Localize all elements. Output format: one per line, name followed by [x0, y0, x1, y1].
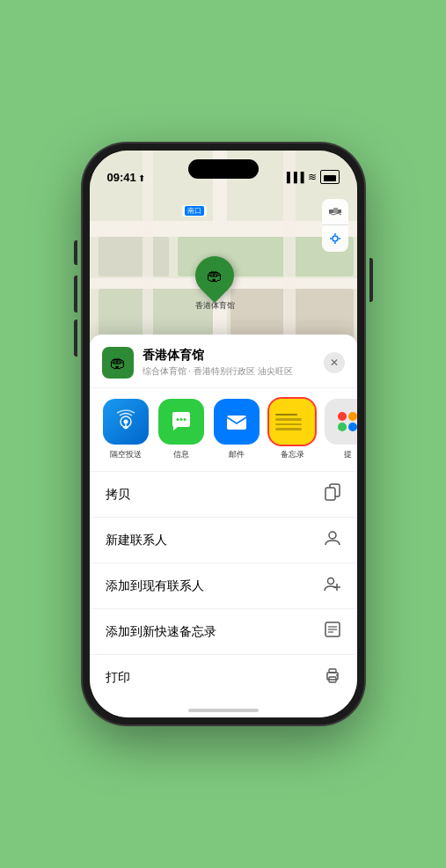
action-row-copy[interactable]: 拷贝: [90, 472, 357, 518]
action-row-print[interactable]: 打印: [90, 655, 357, 700]
share-item-messages[interactable]: 信息: [157, 399, 206, 460]
location-info: 香港体育馆 综合体育馆 · 香港特别行政区 油尖旺区: [143, 348, 324, 378]
bottom-sheet: 🏟 香港体育馆 综合体育馆 · 香港特别行政区 油尖旺区 ✕: [90, 335, 357, 717]
add-contact-label: 添加到现有联系人: [106, 578, 204, 594]
share-item-airdrop[interactable]: 隔空投送: [102, 399, 150, 460]
quick-note-icon: [324, 621, 341, 643]
svg-rect-16: [227, 416, 246, 430]
svg-point-20: [327, 578, 333, 585]
copy-label: 拷贝: [106, 487, 130, 503]
svg-rect-1: [333, 208, 338, 213]
svg-rect-18: [325, 488, 335, 500]
mail-icon: [214, 399, 260, 445]
map-label-text: 南口: [185, 206, 204, 216]
airdrop-label: 隔空投送: [110, 449, 142, 460]
svg-point-15: [184, 418, 186, 421]
quick-note-label: 添加到新快速备忘录: [106, 624, 216, 640]
copy-icon: [324, 483, 341, 505]
messages-label: 信息: [173, 449, 189, 460]
power-button: [369, 258, 373, 302]
svg-rect-0: [329, 210, 333, 213]
wifi-icon: ≋: [308, 171, 317, 183]
svg-point-3: [333, 236, 338, 241]
print-icon: [324, 666, 341, 688]
svg-point-14: [180, 418, 183, 421]
location-arrow-icon: ⬆: [138, 173, 145, 183]
signal-icon: ▐▐▐: [283, 172, 303, 182]
map-type-button[interactable]: [322, 199, 348, 225]
location-pin: 🏟 香港体育馆: [195, 256, 235, 312]
location-thumb-emoji: 🏟: [110, 354, 126, 372]
mute-button: [74, 240, 77, 265]
new-contact-icon: [324, 529, 341, 551]
pin-emoji: 🏟: [207, 267, 223, 285]
location-thumbnail: 🏟: [102, 347, 134, 379]
action-row-add-contact[interactable]: 添加到现有联系人: [90, 563, 357, 609]
svg-point-19: [329, 532, 336, 539]
map-label: 南口: [182, 205, 207, 217]
volume-up-button: [74, 276, 77, 313]
svg-point-13: [177, 418, 179, 421]
action-row-new-contact[interactable]: 新建联系人: [90, 518, 357, 563]
home-indicator: [188, 709, 259, 712]
action-row-quick-note[interactable]: 添加到新快速备忘录: [90, 609, 357, 655]
phone-frame: 09:41 ⬆ ▐▐▐ ≋: [83, 143, 364, 725]
status-time: 09:41: [107, 171, 136, 186]
svg-rect-29: [329, 669, 336, 673]
notes-icon: [269, 399, 315, 445]
svg-point-9: [124, 420, 128, 424]
add-contact-icon: [324, 575, 341, 597]
airdrop-icon: [103, 399, 149, 445]
print-label: 打印: [106, 670, 130, 686]
location-button[interactable]: [322, 225, 348, 252]
phone-screen: 09:41 ⬆ ▐▐▐ ≋: [90, 151, 357, 717]
notes-label: 备忘录: [281, 449, 304, 460]
svg-point-30: [336, 674, 338, 676]
mail-label: 邮件: [229, 449, 245, 460]
more-icon: [325, 399, 357, 445]
location-name: 香港体育馆: [143, 348, 324, 364]
map-controls: [322, 199, 348, 252]
location-header: 🏟 香港体育馆 综合体育馆 · 香港特别行政区 油尖旺区 ✕: [90, 335, 357, 388]
svg-rect-2: [338, 210, 341, 213]
share-item-mail[interactable]: 邮件: [213, 399, 261, 460]
dynamic-island: [188, 159, 259, 179]
messages-icon: [158, 399, 204, 445]
more-label: 提: [344, 449, 352, 460]
share-item-notes[interactable]: 备忘录: [268, 399, 317, 460]
close-button[interactable]: ✕: [324, 352, 345, 373]
battery-icon: [320, 170, 340, 184]
volume-down-button: [74, 320, 77, 357]
share-row: 隔空投送 信息: [90, 388, 357, 472]
pin-background: 🏟: [187, 248, 242, 303]
share-item-more[interactable]: 提: [324, 399, 357, 460]
status-icons: ▐▐▐ ≋: [283, 170, 339, 186]
new-contact-label: 新建联系人: [106, 533, 167, 548]
location-subtitle: 综合体育馆 · 香港特别行政区 油尖旺区: [143, 365, 324, 378]
